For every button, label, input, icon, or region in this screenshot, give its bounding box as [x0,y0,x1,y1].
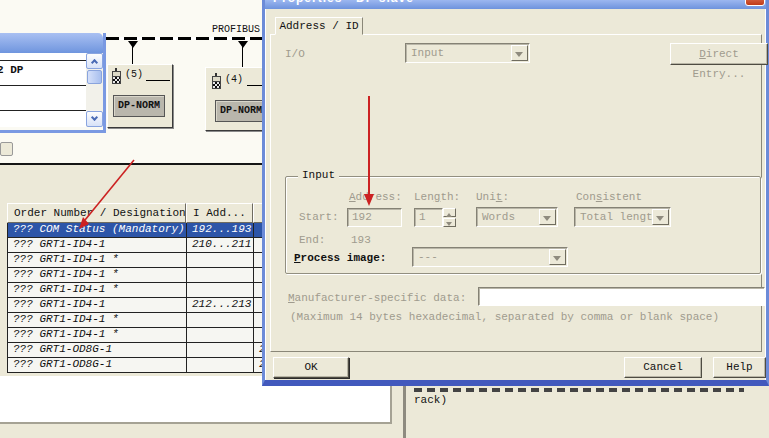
screen: PROFIBUS (5) DP-NORM (4) DP-NORM 2 DP [0,0,769,438]
table-cell: 212...213 [187,298,254,312]
table-cell: ??? GRT1-ID4-1 [8,298,187,312]
length-field[interactable]: 1 [414,208,443,227]
rack-list[interactable]: 2 DP [0,53,103,127]
table-cell [187,313,254,327]
chevron-up-icon [91,59,98,66]
manufacturer-data-label: Manufacturer-specific data: [288,292,466,304]
profibus-bus-line [106,37,266,40]
scroll-up-button[interactable] [86,53,103,69]
ok-button[interactable]: OK [273,357,349,378]
module-table-body: ??? COM Status (Mandatory)192...193??? G… [7,223,300,373]
start-address-field[interactable]: 192 [347,208,402,227]
column-header-designation[interactable]: Order Number / Designation [7,203,186,223]
table-row[interactable]: ??? GRT1-OD8G-12 [8,358,300,373]
length-column-label: Length: [414,191,460,203]
bus-drop-line [132,41,133,65]
dropdown-arrow-icon[interactable] [549,249,566,265]
table-cell: ??? GRT1-ID4-1 * [8,268,187,282]
bus-drop-line [242,41,243,68]
dialog-title: Properties - DP slave [273,0,414,5]
window-edge-fragment [0,142,13,156]
table-cell: ??? GRT1-OD8G-1 [8,358,187,372]
clipped-text-line [414,388,744,392]
end-label: End: [299,234,325,246]
table-cell [187,343,254,357]
description-text-fragment: rack) [414,394,769,406]
dropdown-arrow-icon[interactable] [511,45,528,61]
scrollbar-thumb[interactable] [87,70,102,84]
table-row[interactable]: ??? GRT1-ID4-1210...211 [8,238,300,253]
table-cell: 210...211 [187,238,254,252]
manufacturer-data-field[interactable] [478,287,765,306]
table-cell: ??? GRT1-ID4-1 * [8,253,187,267]
unit-select[interactable]: Words [476,207,558,227]
unit-column-label: Unit: [476,191,509,203]
consistent-select[interactable]: Total length [574,207,671,227]
table-row[interactable]: ??? GRT1-ID4-1 * [8,253,300,268]
dp-slave-5[interactable]: (5) DP-NORM [107,64,173,128]
table-cell: ??? GRT1-OD8G-1 [8,343,187,357]
process-image-value: --- [418,251,438,263]
column-header-i-address[interactable]: I Add... [186,203,253,223]
table-cell [187,268,254,282]
input-group-title: Input [298,169,339,181]
table-cell: ??? GRT1-ID4-1 * [8,328,187,342]
io-select[interactable]: Input [405,43,530,63]
chevron-down-icon [91,114,98,121]
manufacturer-data-hint: (Maximum 14 bytes hexadecimal, separated… [290,311,719,323]
table-row[interactable]: ??? GRT1-OD8G-12 [8,343,300,358]
station-window: 2 DP [0,33,106,133]
table-cell: ??? GRT1-ID4-1 * [8,313,187,327]
dp-slave-name-line [146,80,170,81]
station-window-titlebar[interactable] [0,33,103,53]
dp-slave-type-label: DP-NORM [113,95,165,117]
rack-list-item-dp[interactable]: 2 DP [0,64,23,76]
table-row[interactable]: ??? GRT1-ID4-1212...213 [8,298,300,313]
scrollbar[interactable] [86,53,103,127]
table-cell: ??? GRT1-ID4-1 * [8,283,187,297]
help-button[interactable]: Help [713,357,766,378]
direct-entry-button[interactable]: Direct Entry... [670,43,768,65]
dp-slave-number: (5) [125,69,143,80]
table-row[interactable]: ??? GRT1-ID4-1 * [8,313,300,328]
dropdown-arrow-icon[interactable] [539,209,556,225]
consistent-column-label: Consistent [576,191,642,203]
table-cell: ??? COM Status (Mandatory) [8,223,187,237]
input-group: Input Address: Length: Unit: Consistent … [285,176,761,274]
rack-list-row-divider [0,60,87,61]
table-row[interactable]: ??? COM Status (Mandatory)192...193 [8,223,300,238]
table-cell: ??? GRT1-ID4-1 [8,238,187,252]
dropdown-arrow-icon[interactable] [652,209,669,225]
length-spin-down-icon[interactable] [443,218,456,227]
table-cell [187,358,254,372]
unit-select-value: Words [482,211,515,223]
dp-slave-icon [212,76,221,89]
length-spin-up-icon[interactable] [443,208,456,217]
end-address-value: 193 [351,234,371,246]
table-row[interactable]: ??? GRT1-ID4-1 * [8,328,300,343]
dp-slave-number: (4) [225,74,243,85]
rack-list-row-divider [0,85,87,86]
profibus-bus-label: PROFIBUS [212,24,260,35]
process-image-select[interactable]: --- [412,247,568,267]
consistent-select-value: Total length [580,211,659,223]
dp-slave-icon [112,71,121,84]
scroll-down-button[interactable] [86,111,103,127]
table-row[interactable]: ??? GRT1-ID4-1 * [8,268,300,283]
rack-list-row-divider [0,110,87,111]
tab-address-id[interactable]: Address / ID [275,17,363,35]
dialog-titlebar[interactable]: Properties - DP slave ✕ [265,0,766,9]
io-label: I/O [285,48,305,60]
table-row[interactable]: ??? GRT1-ID4-1 * [8,283,300,298]
bus-drop-connector [128,41,138,48]
close-icon[interactable]: ✕ [745,0,765,6]
module-description-panel: rack) [403,386,769,438]
start-label: Start: [299,211,339,223]
table-cell [187,253,254,267]
properties-dialog: Properties - DP slave ✕ Address / ID I/O… [262,0,769,386]
process-image-label: Process image: [294,252,386,264]
dp-slave-type-label: DP-NORM [215,100,267,122]
cancel-button[interactable]: Cancel [624,357,702,378]
address-column-label: Address: [349,191,402,203]
io-select-value: Input [411,47,444,59]
